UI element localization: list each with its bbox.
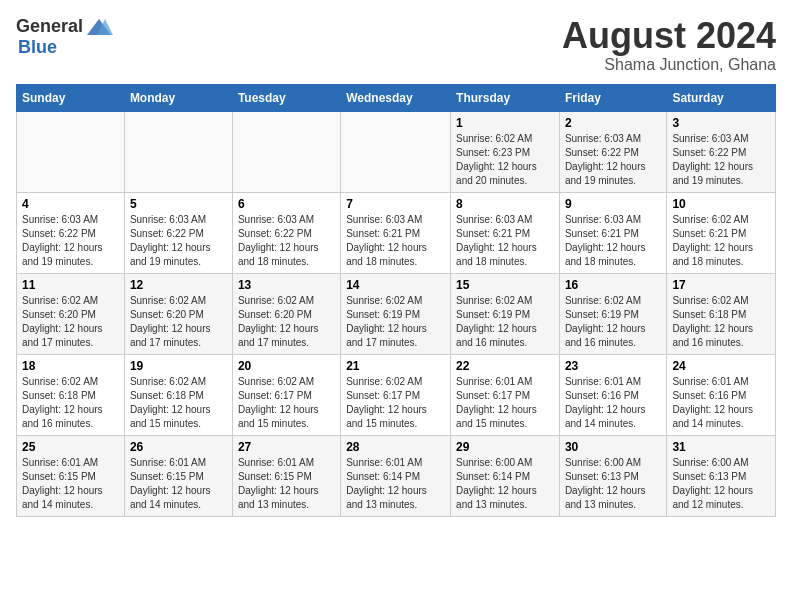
header-cell-tuesday: Tuesday — [232, 84, 340, 111]
title-block: August 2024 Shama Junction, Ghana — [562, 16, 776, 74]
day-info: Sunrise: 6:00 AMSunset: 6:14 PMDaylight:… — [456, 456, 554, 512]
day-info: Sunrise: 6:01 AMSunset: 6:14 PMDaylight:… — [346, 456, 445, 512]
header-cell-thursday: Thursday — [451, 84, 560, 111]
day-info: Sunrise: 6:03 AMSunset: 6:22 PMDaylight:… — [672, 132, 770, 188]
day-cell: 6Sunrise: 6:03 AMSunset: 6:22 PMDaylight… — [232, 192, 340, 273]
day-cell: 31Sunrise: 6:00 AMSunset: 6:13 PMDayligh… — [667, 435, 776, 516]
header-cell-wednesday: Wednesday — [341, 84, 451, 111]
day-cell: 17Sunrise: 6:02 AMSunset: 6:18 PMDayligh… — [667, 273, 776, 354]
day-info: Sunrise: 6:02 AMSunset: 6:18 PMDaylight:… — [672, 294, 770, 350]
day-number: 27 — [238, 440, 335, 454]
day-number: 16 — [565, 278, 661, 292]
day-number: 19 — [130, 359, 227, 373]
day-number: 1 — [456, 116, 554, 130]
day-number: 5 — [130, 197, 227, 211]
day-info: Sunrise: 6:03 AMSunset: 6:22 PMDaylight:… — [130, 213, 227, 269]
day-info: Sunrise: 6:02 AMSunset: 6:23 PMDaylight:… — [456, 132, 554, 188]
day-cell: 20Sunrise: 6:02 AMSunset: 6:17 PMDayligh… — [232, 354, 340, 435]
day-cell: 28Sunrise: 6:01 AMSunset: 6:14 PMDayligh… — [341, 435, 451, 516]
day-number: 6 — [238, 197, 335, 211]
day-info: Sunrise: 6:01 AMSunset: 6:15 PMDaylight:… — [22, 456, 119, 512]
day-number: 26 — [130, 440, 227, 454]
day-cell: 4Sunrise: 6:03 AMSunset: 6:22 PMDaylight… — [17, 192, 125, 273]
day-cell: 2Sunrise: 6:03 AMSunset: 6:22 PMDaylight… — [559, 111, 666, 192]
day-cell: 9Sunrise: 6:03 AMSunset: 6:21 PMDaylight… — [559, 192, 666, 273]
day-number: 7 — [346, 197, 445, 211]
day-cell: 22Sunrise: 6:01 AMSunset: 6:17 PMDayligh… — [451, 354, 560, 435]
day-info: Sunrise: 6:00 AMSunset: 6:13 PMDaylight:… — [565, 456, 661, 512]
day-number: 24 — [672, 359, 770, 373]
day-number: 22 — [456, 359, 554, 373]
day-number: 15 — [456, 278, 554, 292]
calendar-body: 1Sunrise: 6:02 AMSunset: 6:23 PMDaylight… — [17, 111, 776, 516]
day-cell — [17, 111, 125, 192]
day-cell: 10Sunrise: 6:02 AMSunset: 6:21 PMDayligh… — [667, 192, 776, 273]
day-number: 13 — [238, 278, 335, 292]
day-info: Sunrise: 6:02 AMSunset: 6:19 PMDaylight:… — [565, 294, 661, 350]
day-info: Sunrise: 6:03 AMSunset: 6:22 PMDaylight:… — [22, 213, 119, 269]
day-number: 2 — [565, 116, 661, 130]
day-cell — [341, 111, 451, 192]
header-cell-saturday: Saturday — [667, 84, 776, 111]
day-cell: 29Sunrise: 6:00 AMSunset: 6:14 PMDayligh… — [451, 435, 560, 516]
page-title: August 2024 — [562, 16, 776, 56]
day-info: Sunrise: 6:03 AMSunset: 6:21 PMDaylight:… — [346, 213, 445, 269]
day-number: 8 — [456, 197, 554, 211]
day-cell: 14Sunrise: 6:02 AMSunset: 6:19 PMDayligh… — [341, 273, 451, 354]
day-info: Sunrise: 6:02 AMSunset: 6:21 PMDaylight:… — [672, 213, 770, 269]
day-info: Sunrise: 6:03 AMSunset: 6:21 PMDaylight:… — [565, 213, 661, 269]
day-cell: 12Sunrise: 6:02 AMSunset: 6:20 PMDayligh… — [124, 273, 232, 354]
day-number: 28 — [346, 440, 445, 454]
day-cell: 16Sunrise: 6:02 AMSunset: 6:19 PMDayligh… — [559, 273, 666, 354]
calendar-header: SundayMondayTuesdayWednesdayThursdayFrid… — [17, 84, 776, 111]
day-cell: 3Sunrise: 6:03 AMSunset: 6:22 PMDaylight… — [667, 111, 776, 192]
logo-blue: Blue — [18, 37, 57, 58]
page-subtitle: Shama Junction, Ghana — [562, 56, 776, 74]
day-info: Sunrise: 6:01 AMSunset: 6:15 PMDaylight:… — [130, 456, 227, 512]
logo-icon — [85, 17, 113, 37]
day-cell: 8Sunrise: 6:03 AMSunset: 6:21 PMDaylight… — [451, 192, 560, 273]
day-info: Sunrise: 6:02 AMSunset: 6:18 PMDaylight:… — [22, 375, 119, 431]
day-cell: 26Sunrise: 6:01 AMSunset: 6:15 PMDayligh… — [124, 435, 232, 516]
day-info: Sunrise: 6:01 AMSunset: 6:16 PMDaylight:… — [565, 375, 661, 431]
day-info: Sunrise: 6:02 AMSunset: 6:18 PMDaylight:… — [130, 375, 227, 431]
day-cell: 1Sunrise: 6:02 AMSunset: 6:23 PMDaylight… — [451, 111, 560, 192]
day-cell: 30Sunrise: 6:00 AMSunset: 6:13 PMDayligh… — [559, 435, 666, 516]
header-row: SundayMondayTuesdayWednesdayThursdayFrid… — [17, 84, 776, 111]
day-number: 12 — [130, 278, 227, 292]
day-number: 18 — [22, 359, 119, 373]
day-info: Sunrise: 6:02 AMSunset: 6:20 PMDaylight:… — [22, 294, 119, 350]
week-row-1: 1Sunrise: 6:02 AMSunset: 6:23 PMDaylight… — [17, 111, 776, 192]
day-info: Sunrise: 6:03 AMSunset: 6:22 PMDaylight:… — [565, 132, 661, 188]
day-info: Sunrise: 6:02 AMSunset: 6:19 PMDaylight:… — [346, 294, 445, 350]
day-number: 3 — [672, 116, 770, 130]
day-cell: 15Sunrise: 6:02 AMSunset: 6:19 PMDayligh… — [451, 273, 560, 354]
day-info: Sunrise: 6:01 AMSunset: 6:15 PMDaylight:… — [238, 456, 335, 512]
day-cell: 27Sunrise: 6:01 AMSunset: 6:15 PMDayligh… — [232, 435, 340, 516]
day-cell: 23Sunrise: 6:01 AMSunset: 6:16 PMDayligh… — [559, 354, 666, 435]
page-header: General Blue August 2024 Shama Junction,… — [16, 16, 776, 74]
day-cell: 25Sunrise: 6:01 AMSunset: 6:15 PMDayligh… — [17, 435, 125, 516]
day-number: 9 — [565, 197, 661, 211]
header-cell-monday: Monday — [124, 84, 232, 111]
day-number: 21 — [346, 359, 445, 373]
day-info: Sunrise: 6:03 AMSunset: 6:21 PMDaylight:… — [456, 213, 554, 269]
day-number: 29 — [456, 440, 554, 454]
day-cell: 7Sunrise: 6:03 AMSunset: 6:21 PMDaylight… — [341, 192, 451, 273]
day-cell: 5Sunrise: 6:03 AMSunset: 6:22 PMDaylight… — [124, 192, 232, 273]
day-number: 25 — [22, 440, 119, 454]
day-cell: 21Sunrise: 6:02 AMSunset: 6:17 PMDayligh… — [341, 354, 451, 435]
day-cell — [232, 111, 340, 192]
day-number: 4 — [22, 197, 119, 211]
day-number: 14 — [346, 278, 445, 292]
day-number: 23 — [565, 359, 661, 373]
day-info: Sunrise: 6:03 AMSunset: 6:22 PMDaylight:… — [238, 213, 335, 269]
day-info: Sunrise: 6:01 AMSunset: 6:16 PMDaylight:… — [672, 375, 770, 431]
day-cell: 11Sunrise: 6:02 AMSunset: 6:20 PMDayligh… — [17, 273, 125, 354]
day-info: Sunrise: 6:01 AMSunset: 6:17 PMDaylight:… — [456, 375, 554, 431]
logo-general: General — [16, 16, 83, 37]
day-number: 10 — [672, 197, 770, 211]
day-cell: 19Sunrise: 6:02 AMSunset: 6:18 PMDayligh… — [124, 354, 232, 435]
week-row-4: 18Sunrise: 6:02 AMSunset: 6:18 PMDayligh… — [17, 354, 776, 435]
day-number: 11 — [22, 278, 119, 292]
